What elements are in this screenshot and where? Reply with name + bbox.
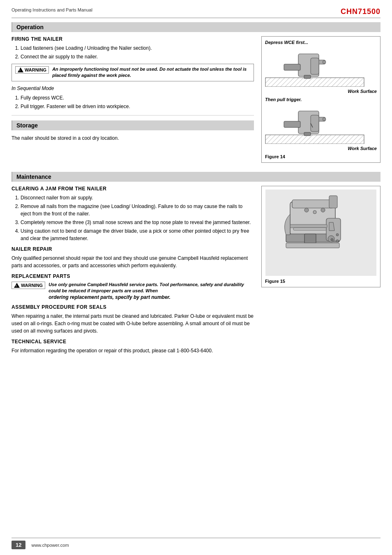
maintenance-content: CLEARING A JAM FROM THE NAILER Disconnec… [12,186,380,357]
svg-point-25 [321,208,325,212]
warning-triangle-icon-2 [14,283,20,288]
maintenance-section-header: Maintenance [12,172,380,182]
fig14-top-label: Depress WCE first... [265,40,377,45]
warning-text-2-container: Use only genuine Campbell Hausfeld servi… [48,282,254,300]
technical-text: For information regarding the operation … [12,347,254,354]
firing-step-1: Load fasteners (see Loading / Unloading … [21,44,254,52]
svg-rect-4 [304,75,311,79]
svg-rect-12 [304,132,311,136]
svg-rect-27 [290,224,327,228]
sequential-step-1: Fully depress WCE. [21,94,254,102]
clearing-step-1: Disconnect nailer from air supply. [21,194,254,201]
operation-section-header: Operation [12,22,380,32]
firing-steps-list: Load fasteners (see Loading / Unloading … [12,44,254,60]
fig14-work-surface-1: Work Surface [265,89,377,94]
fig14-bottom-svg [265,103,377,144]
fig14-work-surface-2: Work Surface [265,146,377,151]
assembly-text: When repairing a nailer, the internal pa… [12,312,254,335]
svg-rect-11 [284,121,300,127]
warning-text-2: Use only genuine Campbell Hausfeld servi… [48,282,244,293]
fig14-top-svg [265,46,377,87]
figure15-col: Figure 15 [261,186,380,357]
document-title: Operating Instructions and Parts Manual [12,7,92,12]
figure14-box: Depress WCE first... [261,36,380,163]
svg-rect-19 [292,200,333,208]
clearing-step-4: Using caution not to bend or damage the … [21,227,254,242]
warning-box-1: WARNING An improperly functioning tool m… [12,64,254,81]
footer-url: www.chpower.com [31,543,69,548]
storage-text: The nailer should be stored in a cool dr… [12,134,254,142]
sequential-note: In Sequential Mode [12,85,254,92]
figure15-svg [265,190,377,276]
svg-point-6 [323,60,326,64]
figure15-caption: Figure 15 [265,279,377,284]
clearing-step-3: Completely remove the three (3) small no… [21,219,254,226]
svg-point-32 [336,240,339,242]
svg-point-31 [336,234,339,236]
clearing-title: CLEARING A JAM FROM THE NAILER [12,186,254,192]
sequential-step-2: Pull trigger. Fastener will be driven in… [21,103,254,110]
clearing-step-2: Remove all nails from the magazine (see … [21,203,254,217]
figure14-col: Depress WCE first... [261,36,380,165]
warning-label-1: WARNING [15,66,49,74]
warning-box-2: WARNING Use only genuine Campbell Hausfe… [12,282,254,300]
warning-triangle-icon [18,67,23,72]
maintenance-left: CLEARING A JAM FROM THE NAILER Disconnec… [12,186,254,357]
storage-section-header: Storage [12,120,254,130]
page-number: 12 [12,541,25,549]
svg-rect-1 [265,78,364,87]
svg-rect-7 [311,58,319,74]
svg-rect-9 [265,135,364,144]
svg-point-26 [313,210,316,214]
replacement-title: REPLACEMENT PARTS [12,273,254,279]
technical-title: TECHNICAL SERVICE [12,339,254,345]
nailer-repair-title: NAILER REPAIR [12,246,254,252]
operation-content: FIRING THE NAILER Load fasteners (see Lo… [12,36,380,165]
svg-point-30 [331,238,333,241]
fig14-bottom-label: Then pull trigger. [265,97,377,102]
page-header: Operating Instructions and Parts Manual … [12,7,380,18]
firing-title: FIRING THE NAILER [12,36,254,42]
page: Operating Instructions and Parts Manual … [0,0,392,555]
nailer-repair-text: Only qualified personnel should repair t… [12,254,254,269]
fig14-bottom: Then pull trigger. [265,97,377,151]
assembly-title: ASSEMBLY PROCEDURE FOR SEALS [12,304,254,310]
sequential-steps-list: Fully depress WCE. Pull trigger. Fastene… [12,94,254,110]
clearing-steps-list: Disconnect nailer from air supply. Remov… [12,194,254,242]
model-number: CHN71500 [341,7,380,16]
svg-point-14 [323,118,326,121]
figure15-box: Figure 15 [261,186,380,287]
warning-text-1: An improperly functioning tool must not … [52,66,250,79]
warning-text-2b: ordering replacement parts, specify by p… [48,294,171,300]
footer: 12 www.chpower.com [12,538,380,549]
svg-rect-3 [284,64,300,70]
svg-point-24 [304,208,309,212]
divider-1 [12,115,254,116]
fig14-top: Depress WCE first... [265,40,377,94]
svg-rect-28 [293,228,326,230]
svg-rect-15 [311,115,319,132]
svg-rect-33 [286,243,339,248]
operation-left: FIRING THE NAILER Load fasteners (see Lo… [12,36,254,165]
svg-rect-20 [329,196,337,208]
figure14-caption: Figure 14 [265,154,377,159]
firing-step-2: Connect the air supply to the nailer. [21,53,254,60]
warning-label-2: WARNING [12,282,45,289]
maintenance-section: Maintenance CLEARING A JAM FROM THE NAIL… [12,172,380,357]
